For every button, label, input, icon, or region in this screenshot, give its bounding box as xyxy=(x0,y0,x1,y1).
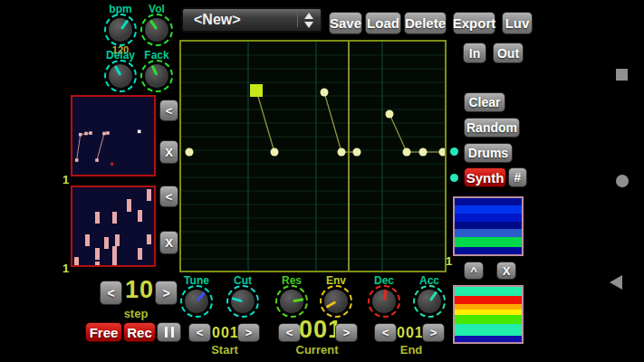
start-next-button[interactable]: > xyxy=(237,323,260,342)
drums-slot-number: 1 xyxy=(62,262,69,275)
end-label: End xyxy=(399,343,424,357)
stripe-6 xyxy=(455,336,522,342)
knob-fack[interactable] xyxy=(145,64,168,88)
stripe-5 xyxy=(455,237,522,247)
drums-pattern-prev-button[interactable]: < xyxy=(159,186,178,207)
note-selected[interactable] xyxy=(250,84,263,97)
knob-unit-delay: Delay xyxy=(102,50,139,88)
button-random[interactable]: Random xyxy=(464,118,520,138)
note[interactable] xyxy=(271,148,279,157)
recents-icon[interactable] xyxy=(616,69,628,81)
knob-unit-dec: Dec xyxy=(366,275,402,313)
note[interactable] xyxy=(419,148,428,157)
knob-acc-pointer xyxy=(428,291,437,301)
knob-tune[interactable] xyxy=(185,290,208,313)
stripe-6 xyxy=(455,247,522,254)
knob-res-pointer xyxy=(293,298,303,302)
step-value: 10 xyxy=(122,276,157,304)
note[interactable] xyxy=(386,110,394,119)
synth-pattern-prev-button[interactable]: < xyxy=(159,100,178,121)
knob-acc[interactable] xyxy=(418,290,441,313)
end-prev-button[interactable]: < xyxy=(374,323,397,342)
button-in[interactable]: In xyxy=(463,43,486,63)
spinner-arrows-icon xyxy=(304,13,313,28)
drums-active-indicator xyxy=(450,148,458,156)
back-icon[interactable] xyxy=(610,275,622,290)
free-button[interactable]: Free xyxy=(85,322,122,342)
button-clear[interactable]: Clear xyxy=(464,92,505,112)
knob-tune-pointer xyxy=(196,291,205,301)
wave-delete-button[interactable]: X xyxy=(496,262,516,280)
knob-vol[interactable] xyxy=(145,18,168,42)
synth-pattern-graphic xyxy=(72,97,154,175)
step-prev-button[interactable]: < xyxy=(100,281,122,305)
stripe-4 xyxy=(455,229,522,237)
knob-dec[interactable] xyxy=(372,290,396,313)
knob-unit-vol: Vol xyxy=(139,4,175,42)
note[interactable] xyxy=(186,148,194,157)
synth-active-indicator xyxy=(450,174,458,182)
stripe-3 xyxy=(455,222,522,229)
knob-env[interactable] xyxy=(324,290,348,313)
pause-icon xyxy=(165,327,168,338)
end-value: 001 xyxy=(397,325,422,341)
stripe-0 xyxy=(455,198,522,205)
note-editor[interactable] xyxy=(179,40,447,272)
knob-res[interactable] xyxy=(280,290,303,313)
knob-delay[interactable] xyxy=(109,64,132,88)
button-load[interactable]: Load xyxy=(365,12,401,34)
synth-pattern-delete-button[interactable]: X xyxy=(159,140,178,164)
start-prev-button[interactable]: < xyxy=(188,323,211,342)
note[interactable] xyxy=(403,148,411,157)
hash-button[interactable]: # xyxy=(508,167,527,187)
note[interactable] xyxy=(439,148,446,157)
knob-unit-env: Env xyxy=(318,275,354,313)
wave-up-button[interactable]: ^ xyxy=(464,262,484,280)
synth-mode-button[interactable]: Synth xyxy=(464,167,506,187)
preset-value: <New> xyxy=(183,12,297,28)
end-next-button[interactable]: > xyxy=(422,323,445,342)
knob-unit-cut: Cut xyxy=(225,275,261,313)
spectrum-panel-top[interactable] xyxy=(453,196,524,256)
knob-bpm[interactable] xyxy=(109,18,132,42)
knob-cut[interactable] xyxy=(231,290,255,313)
spinner-divider xyxy=(297,13,298,28)
note[interactable] xyxy=(321,89,329,97)
step-label: step xyxy=(116,307,156,320)
drums-pattern-thumbnail[interactable] xyxy=(71,186,156,267)
drums-pattern-graphic xyxy=(72,187,154,265)
current-next-button[interactable]: > xyxy=(335,323,358,342)
app-root: bpm120VolDelayFack <New> 1 1 < X < X Syn… xyxy=(0,0,644,362)
button-out[interactable]: Out xyxy=(493,43,524,63)
current-prev-button[interactable]: < xyxy=(278,323,301,342)
knob-unit-tune: Tune xyxy=(178,275,215,313)
current-label: Current xyxy=(286,343,348,357)
stripe-2 xyxy=(455,214,522,222)
step-next-button[interactable]: > xyxy=(155,281,178,305)
knob-delay-pointer xyxy=(113,65,121,76)
pause-button[interactable] xyxy=(157,322,181,342)
stripe-1 xyxy=(455,205,522,214)
knob-dec-pointer xyxy=(383,290,387,300)
preset-spinner[interactable]: <New> xyxy=(181,7,322,33)
knob-unit-acc: Acc xyxy=(411,275,447,313)
synth-pattern-thumbnail[interactable] xyxy=(71,95,156,176)
stripe-5 xyxy=(455,324,522,336)
button-export[interactable]: Export xyxy=(453,12,495,34)
note[interactable] xyxy=(353,148,361,157)
button-save[interactable]: Save xyxy=(329,12,362,34)
knob-vol-pointer xyxy=(149,19,157,30)
spectrum-panel-bottom[interactable] xyxy=(453,285,524,344)
knob-unit-bpm: bpm120 xyxy=(102,4,139,55)
button-drums[interactable]: Drums xyxy=(464,143,513,163)
drums-pattern-delete-button[interactable]: X xyxy=(159,231,178,254)
rec-button[interactable]: Rec xyxy=(123,322,156,342)
stripe-0 xyxy=(455,287,522,296)
start-label: Start xyxy=(200,343,249,357)
home-icon[interactable] xyxy=(616,175,629,187)
note[interactable] xyxy=(338,148,346,157)
note-editor-grid xyxy=(181,42,445,271)
button-luv[interactable]: Luv xyxy=(502,12,533,34)
stripe-4 xyxy=(455,315,522,324)
button-delete[interactable]: Delete xyxy=(404,12,447,34)
